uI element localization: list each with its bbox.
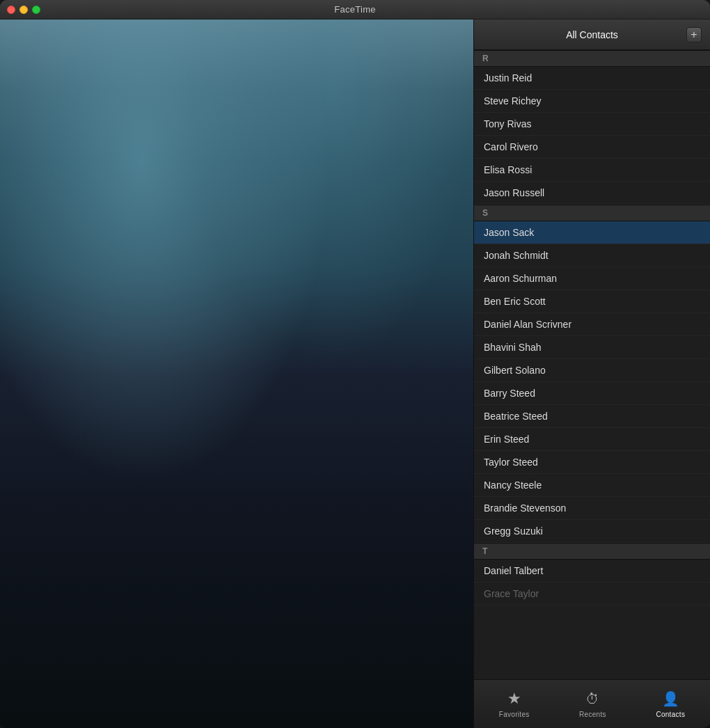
- close-button[interactable]: [7, 6, 15, 14]
- star-icon: [507, 690, 521, 708]
- clock-icon: [585, 690, 599, 708]
- favorites-tab[interactable]: Favorites: [485, 684, 544, 724]
- recents-tab[interactable]: Recents: [565, 684, 620, 724]
- minimize-button[interactable]: [19, 6, 28, 14]
- sidebar-header-title: All Contacts: [498, 29, 686, 40]
- video-background: [0, 19, 473, 728]
- maximize-button[interactable]: [32, 6, 40, 14]
- facetime-window: FaceTime All Contacts + RJustin ReidStev…: [0, 0, 710, 728]
- contact-item[interactable]: Ben Eric Scott: [474, 290, 710, 313]
- contact-item[interactable]: Aaron Schurman: [474, 267, 710, 290]
- contacts-label: Contacts: [656, 711, 685, 718]
- contact-item[interactable]: Beatrice Steed: [474, 405, 710, 428]
- video-area: [0, 19, 473, 728]
- contact-item[interactable]: Grace Taylor: [474, 583, 710, 606]
- contact-item[interactable]: Barry Steed: [474, 382, 710, 405]
- contact-item[interactable]: Erin Steed: [474, 428, 710, 451]
- contact-item[interactable]: Brandie Stevenson: [474, 497, 710, 520]
- contact-item[interactable]: Jonah Schmidt: [474, 244, 710, 267]
- contact-item[interactable]: Carol Rivero: [474, 136, 710, 159]
- contact-item[interactable]: Jason Sack: [474, 221, 710, 244]
- favorites-label: Favorites: [499, 711, 530, 718]
- contact-item[interactable]: Justin Reid: [474, 67, 710, 90]
- contacts-tab[interactable]: Contacts: [642, 684, 699, 724]
- titlebar: FaceTime: [0, 0, 710, 19]
- main-content: All Contacts + RJustin ReidSteve RicheyT…: [0, 19, 710, 728]
- bottom-toolbar: Favorites Recents Contacts: [474, 679, 710, 728]
- contact-item[interactable]: Taylor Steed: [474, 451, 710, 474]
- section-header-t: T: [474, 543, 710, 560]
- contact-item[interactable]: Gilbert Solano: [474, 359, 710, 382]
- contact-item[interactable]: Elisa Rossi: [474, 159, 710, 182]
- recents-label: Recents: [579, 711, 606, 718]
- contact-item[interactable]: Daniel Talbert: [474, 560, 710, 583]
- contact-item[interactable]: Gregg Suzuki: [474, 520, 710, 543]
- contact-item[interactable]: Steve Richey: [474, 90, 710, 113]
- window-controls: [7, 6, 40, 14]
- sidebar-header: All Contacts +: [474, 19, 710, 50]
- contact-item[interactable]: Daniel Alan Scrivner: [474, 313, 710, 336]
- section-header-s: S: [474, 205, 710, 221]
- window-title: FaceTime: [334, 4, 376, 15]
- contact-item[interactable]: Nancy Steele: [474, 474, 710, 497]
- section-header-r: R: [474, 50, 710, 67]
- person-icon: [662, 690, 679, 708]
- add-contact-button[interactable]: +: [686, 27, 702, 42]
- contact-item[interactable]: Bhavini Shah: [474, 336, 710, 359]
- contact-item[interactable]: Jason Russell: [474, 182, 710, 205]
- contact-item[interactable]: Tony Rivas: [474, 113, 710, 136]
- contacts-list[interactable]: RJustin ReidSteve RicheyTony RivasCarol …: [474, 50, 710, 679]
- sidebar: All Contacts + RJustin ReidSteve RicheyT…: [473, 19, 710, 728]
